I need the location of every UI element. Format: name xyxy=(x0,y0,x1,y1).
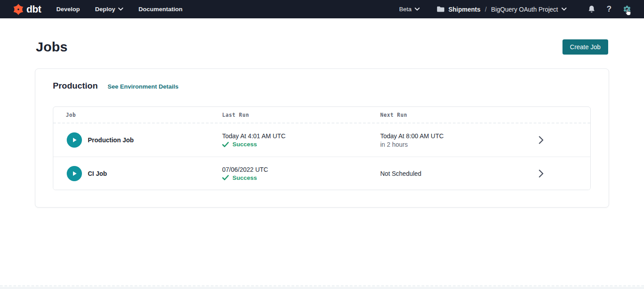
help-icon: ? xyxy=(607,4,612,14)
chevron-right-icon[interactable] xyxy=(539,136,544,144)
run-job-button[interactable] xyxy=(67,132,82,148)
run-job-button[interactable] xyxy=(67,166,82,181)
status-text: Success xyxy=(232,141,257,148)
chevron-down-icon xyxy=(118,8,123,11)
chevron-down-icon xyxy=(415,8,420,11)
column-header-next-run: Next Run xyxy=(380,112,492,118)
notifications-button[interactable] xyxy=(586,4,597,15)
play-icon xyxy=(71,170,77,177)
check-icon xyxy=(222,175,229,180)
chevron-right-icon[interactable] xyxy=(539,170,544,178)
see-environment-details-link[interactable]: See Environment Details xyxy=(107,83,178,90)
next-run-time: Today At 8:00 AM UTC xyxy=(380,132,492,140)
settings-button[interactable] xyxy=(621,4,632,15)
bottom-strip xyxy=(0,287,644,289)
main-nav: Develop Deploy Documentation xyxy=(56,6,183,13)
dbt-logo-text: dbt xyxy=(26,4,41,14)
check-icon xyxy=(222,142,229,147)
play-icon xyxy=(71,137,77,143)
dbt-logo-icon xyxy=(13,4,24,15)
nav-documentation[interactable]: Documentation xyxy=(138,6,182,13)
help-button[interactable]: ? xyxy=(603,4,615,15)
beta-dropdown[interactable]: Beta xyxy=(399,6,420,13)
last-run-time: 07/06/2022 UTC xyxy=(222,166,380,173)
top-navbar: dbt Develop Deploy Documentation Beta xyxy=(0,0,644,18)
dbt-logo[interactable]: dbt xyxy=(13,4,41,15)
status-text: Success xyxy=(232,174,257,181)
last-run-status: Success xyxy=(222,174,380,181)
last-run-status: Success xyxy=(222,141,380,148)
column-header-job: Job xyxy=(53,112,222,118)
nav-develop[interactable]: Develop xyxy=(56,6,80,13)
chevron-down-icon xyxy=(562,8,567,11)
last-run-time: Today At 4:01 AM UTC xyxy=(222,132,380,140)
account-name: Shipments xyxy=(448,6,481,13)
bottom-divider xyxy=(0,285,644,286)
job-name: Production Job xyxy=(88,136,134,144)
column-header-last-run: Last Run xyxy=(222,112,380,118)
bell-icon xyxy=(588,5,596,14)
next-run-relative: in 2 hours xyxy=(380,141,492,148)
job-name: CI Job xyxy=(88,170,107,177)
main-content: Jobs Create Job Production See Environme… xyxy=(0,39,644,208)
breadcrumb-separator: / xyxy=(485,6,487,13)
environment-name: Production xyxy=(53,81,98,91)
folder-icon xyxy=(437,6,445,13)
project-name: BigQuery OAuth Project xyxy=(491,6,558,13)
job-row-production[interactable]: Production Job Today At 4:01 AM UTC Succ… xyxy=(53,123,590,157)
app-root: dbt Develop Deploy Documentation Beta xyxy=(0,0,644,289)
create-job-button[interactable]: Create Job xyxy=(562,39,608,55)
job-row-ci[interactable]: CI Job 07/06/2022 UTC Success Not Schedu… xyxy=(53,157,590,190)
jobs-table: Job Last Run Next Run Production Job Tod… xyxy=(53,106,591,190)
jobs-table-header: Job Last Run Next Run xyxy=(53,107,590,123)
mouse-cursor xyxy=(625,8,631,16)
project-picker[interactable]: Shipments / BigQuery OAuth Project xyxy=(437,6,567,13)
environment-card: Production See Environment Details Job L… xyxy=(35,68,609,208)
page-title: Jobs xyxy=(36,39,68,55)
nav-deploy[interactable]: Deploy xyxy=(95,6,123,13)
next-run-time: Not Scheduled xyxy=(380,170,492,177)
